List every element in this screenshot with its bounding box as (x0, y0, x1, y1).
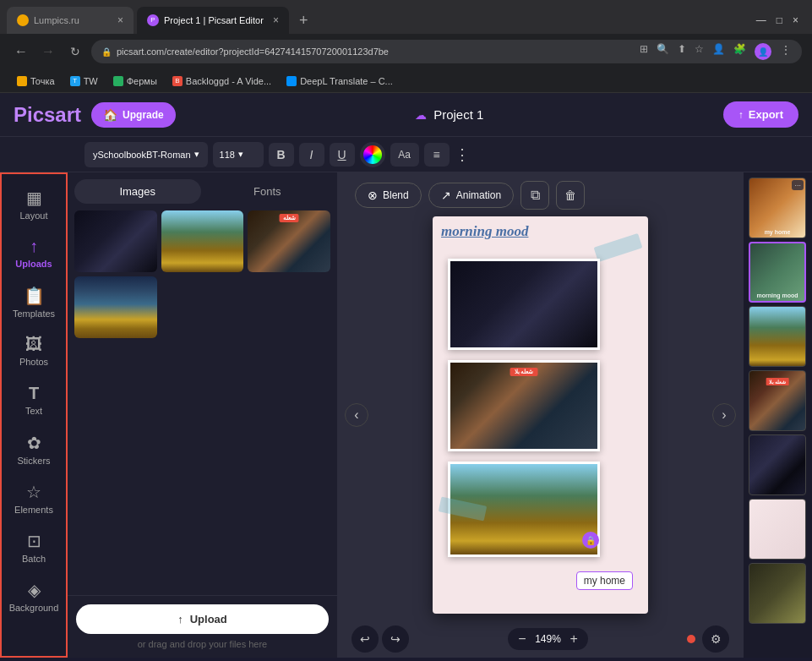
sidebar-item-uploads[interactable]: ↑ Uploads (3, 228, 64, 277)
panel-tabs: Images Fonts (68, 172, 337, 204)
address-input[interactable]: 🔒 picsart.com/create/editor?projectId=64… (91, 40, 802, 63)
sidebar-item-layout[interactable]: ▦ Layout (3, 179, 64, 228)
panel: Images Fonts شعله ↑ Upload or drag and d… (68, 172, 338, 658)
photos-icon: 🖼 (25, 335, 42, 354)
font-size-selector[interactable]: 118 ▾ (213, 142, 264, 167)
browser-chrome: Lumpics.ru × P Project 1 | Picsart Edito… (0, 0, 812, 93)
undo-button[interactable]: ↩ (352, 625, 379, 653)
underline-button[interactable]: U (330, 143, 355, 167)
right-thumb-6[interactable] (749, 499, 806, 560)
redo-button[interactable]: ↪ (382, 625, 409, 653)
tab-label-lumpics: Lumpics.ru (34, 15, 79, 25)
right-thumb-4[interactable]: شعله بلا (749, 370, 806, 431)
image-item-3[interactable]: شعله (248, 210, 330, 272)
uploads-icon: ↑ (30, 237, 38, 256)
nav-back-button[interactable]: ← (10, 41, 32, 63)
font-selector[interactable]: ySchoolbookBT-Roman ▾ (84, 142, 208, 167)
animation-icon: ↗ (441, 188, 451, 202)
image-item-1[interactable] (74, 210, 157, 272)
menu-icon[interactable]: ⋮ (780, 43, 792, 60)
canvas-nav-left[interactable]: ‹ (345, 403, 368, 427)
canvas-image-1[interactable] (448, 259, 600, 350)
elements-icon: ☆ (26, 482, 41, 502)
main-area: ▦ Layout ↑ Uploads 📋 Templates 🖼 Photos … (0, 172, 812, 658)
maximize-button[interactable]: □ (777, 14, 782, 26)
canvas-nav-right[interactable]: › (712, 403, 736, 427)
bookmark-deepl[interactable]: DeepL Translate – C... (280, 74, 400, 88)
tab-images[interactable]: Images (74, 179, 201, 204)
blend-animation-bar: ⊗ Blend ↗ Animation ⧉ 🗑 (355, 181, 585, 210)
sidebar-item-text[interactable]: T Text (3, 375, 64, 424)
app-logo: Picsart (14, 103, 81, 127)
right-panel: ··· my home morning mood شعله بلا (743, 172, 812, 658)
delete-layer-button[interactable]: 🗑 (556, 181, 585, 210)
align-button[interactable]: ≡ (424, 143, 450, 167)
tab-picsart[interactable]: P Project 1 | Picsart Editor × (137, 7, 289, 34)
copy-layer-button[interactable]: ⧉ (520, 181, 549, 210)
share-icon[interactable]: ⬆ (678, 43, 686, 60)
italic-button[interactable]: I (299, 143, 324, 167)
drag-drop-text: or drag and drop your files here (76, 639, 329, 649)
animation-button[interactable]: ↗ Animation (428, 183, 514, 208)
zoom-out-button[interactable]: − (518, 631, 526, 647)
upgrade-button[interactable]: 🏠 Upgrade (91, 102, 176, 128)
zoom-in-button[interactable]: + (570, 631, 578, 647)
sidebar-item-elements[interactable]: ☆ Elements (3, 473, 64, 522)
settings-button[interactable]: ⚙ (702, 625, 729, 653)
color-button[interactable] (360, 142, 385, 167)
thumb-label-1: my home (752, 229, 803, 235)
sidebar-item-photos[interactable]: 🖼 Photos (3, 326, 64, 375)
upload-area: ↑ Upload or drag and drop your files her… (68, 595, 337, 658)
canvas-label[interactable]: my home (576, 571, 633, 590)
new-tab-button[interactable]: + (292, 13, 315, 28)
tab-close-lumpics[interactable]: × (117, 14, 123, 26)
blend-icon: ⊗ (368, 188, 378, 202)
right-thumb-2[interactable]: morning mood (749, 242, 806, 303)
bold-button[interactable]: B (269, 143, 294, 167)
image-item-2[interactable] (161, 210, 244, 272)
canvas-image-2[interactable]: شعله بلا (448, 360, 600, 451)
close-button[interactable]: × (793, 14, 798, 26)
bookmark-tw[interactable]: T TW (63, 74, 105, 88)
sidebar-item-stickers[interactable]: ✿ Stickers (3, 424, 64, 473)
bookmark-tochka[interactable]: Точка (10, 74, 62, 88)
text-icon: T (29, 384, 39, 403)
thumb-more-menu-1[interactable]: ··· (792, 180, 804, 190)
upload-icon: ↑ (177, 613, 183, 625)
left-sidebar: ▦ Layout ↑ Uploads 📋 Templates 🖼 Photos … (0, 172, 68, 658)
right-thumb-3[interactable] (749, 306, 806, 367)
image-item-4[interactable] (74, 276, 157, 338)
toolbar: ySchoolbookBT-Roman ▾ 118 ▾ B I U Aa ≡ ⋮ (0, 137, 812, 172)
sidebar-item-background[interactable]: ◈ Background (3, 571, 64, 620)
sidebar-item-templates[interactable]: 📋 Templates (3, 277, 64, 326)
profile-icon[interactable]: 👤 (712, 43, 725, 60)
tab-close-picsart[interactable]: × (273, 14, 279, 26)
export-button[interactable]: ↑ Export (723, 101, 798, 128)
upload-button[interactable]: ↑ Upload (76, 604, 329, 634)
tab-lumpics[interactable]: Lumpics.ru × (7, 7, 134, 34)
address-bar-row: ← → ↻ 🔒 picsart.com/create/editor?projec… (0, 34, 812, 69)
search-icon[interactable]: 🔍 (657, 43, 669, 60)
minimize-button[interactable]: — (756, 14, 766, 26)
bookmark-fermy[interactable]: Фермы (106, 74, 164, 88)
right-thumb-7[interactable] (749, 563, 806, 624)
nav-refresh-button[interactable]: ↻ (64, 41, 86, 63)
background-icon: ◈ (28, 580, 41, 600)
sidebar-item-batch[interactable]: ⊡ Batch (3, 522, 64, 571)
right-thumb-1[interactable]: ··· my home (749, 178, 806, 238)
stickers-icon: ✿ (27, 433, 41, 453)
bookmark-backloggd[interactable]: B Backloggd - A Vide... (166, 74, 278, 88)
nav-forward-button[interactable]: → (37, 41, 59, 63)
translate-icon[interactable]: ⊞ (640, 43, 648, 60)
right-thumb-5[interactable] (749, 434, 806, 495)
app: Picsart 🏠 Upgrade ☁ Project 1 ↑ Export y… (0, 93, 812, 658)
aa-button[interactable]: Aa (390, 143, 419, 167)
avatar-icon[interactable]: 👤 (755, 43, 771, 60)
canvas-bottom-bar: ↩ ↪ − 149% + ⚙ (338, 620, 743, 658)
more-options-button[interactable]: ⋮ (455, 145, 470, 164)
blend-button[interactable]: ⊗ Blend (355, 183, 422, 208)
bookmark-icon[interactable]: ☆ (695, 43, 704, 60)
puzzle-icon[interactable]: 🧩 (733, 43, 746, 60)
tab-fonts[interactable]: Fonts (204, 179, 331, 204)
tab-bar: Lumpics.ru × P Project 1 | Picsart Edito… (0, 0, 812, 34)
